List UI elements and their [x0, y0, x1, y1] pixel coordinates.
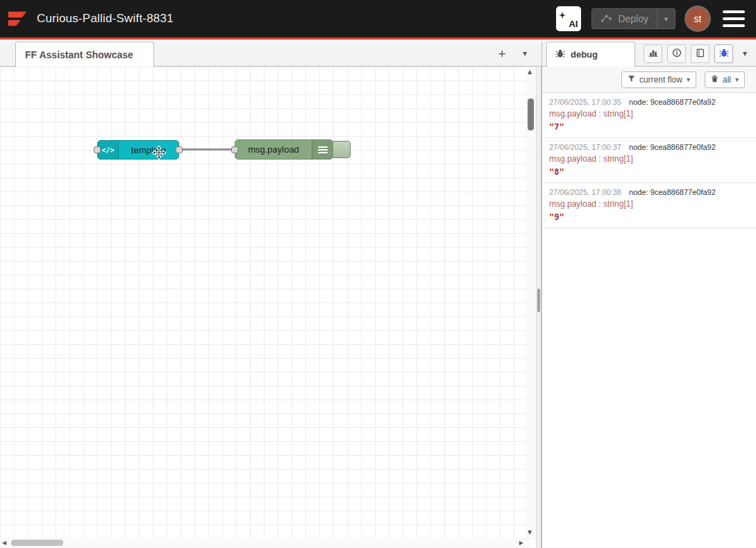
ai-button-label: AI — [569, 19, 578, 29]
move-cursor-icon — [151, 145, 167, 163]
scroll-right-arrow[interactable]: ▶ — [519, 540, 523, 546]
main-menu-button[interactable] — [723, 10, 745, 27]
message-property[interactable]: msg.payload : string[1] — [549, 154, 749, 164]
scroll-left-arrow[interactable]: ◀ — [2, 540, 6, 546]
flow-tabbar: FF Assistant Showcase + ▾ — [0, 42, 541, 67]
message-node-id: node: 9cea886877e0fa92 — [629, 143, 716, 151]
flowfuse-logo-icon[interactable] — [6, 8, 28, 30]
debug-filter-toolbar: current flow ▾ all ▾ — [542, 67, 756, 93]
debug-message[interactable]: 27/06/2025, 17:00:37 node: 9cea886877e0f… — [542, 138, 756, 183]
vertical-scroll-thumb[interactable] — [528, 99, 534, 130]
sidebar-divider[interactable] — [536, 67, 541, 548]
template-input-port[interactable] — [94, 146, 101, 153]
sidebar-tab-info-button[interactable] — [667, 44, 686, 63]
message-value: "9" — [549, 212, 749, 222]
sidebar-tab-debug-button[interactable] — [714, 44, 733, 63]
divider-grip-handle[interactable] — [537, 289, 540, 312]
debug-message[interactable]: 27/06/2025, 17:00:38 node: 9cea886877e0f… — [542, 183, 756, 228]
deploy-options-button[interactable]: ▾ — [657, 9, 675, 28]
chevron-down-icon: ▾ — [523, 49, 527, 58]
message-timestamp: 27/06/2025, 17:00:35 — [549, 98, 621, 106]
message-node-id: node: 9cea886877e0fa92 — [629, 188, 716, 196]
filter-funnel-icon — [628, 75, 635, 85]
deploy-icon — [600, 13, 612, 25]
flow-tab-label: FF Assistant Showcase — [25, 49, 133, 60]
message-timestamp: 27/06/2025, 17:00:38 — [549, 188, 621, 196]
debug-input-port[interactable] — [231, 146, 238, 153]
debug-flow-filter-label: current flow — [639, 75, 682, 85]
bug-icon — [719, 48, 729, 60]
scroll-down-arrow[interactable]: ▼ — [528, 529, 532, 536]
info-icon — [672, 48, 682, 60]
horizontal-scroll-thumb[interactable] — [11, 540, 63, 546]
debug-message-list: 27/06/2025, 17:00:35 node: 9cea886877e0f… — [542, 93, 756, 228]
chevron-down-icon: ▾ — [664, 15, 669, 24]
debug-message[interactable]: 27/06/2025, 17:00:35 node: 9cea886877e0f… — [542, 93, 756, 138]
debug-list-icon — [312, 140, 333, 159]
avatar-initials: st — [694, 13, 702, 24]
message-property[interactable]: msg.payload : string[1] — [549, 199, 749, 209]
trash-icon — [711, 75, 719, 85]
sidebar-tab-dashboard-button[interactable] — [644, 44, 662, 63]
sidebar-tabbar: debug — [542, 42, 756, 67]
message-value: "7" — [549, 122, 749, 132]
message-value: "8" — [549, 167, 749, 177]
flow-tab-active[interactable]: FF Assistant Showcase — [15, 42, 154, 67]
book-icon — [696, 48, 705, 60]
template-node[interactable]: </> template — [97, 140, 179, 160]
sidebar-tab-debug[interactable]: debug — [546, 42, 635, 67]
bug-icon — [555, 49, 565, 60]
debug-flow-filter-button[interactable]: current flow ▾ — [621, 71, 696, 88]
message-timestamp: 27/06/2025, 17:00:37 — [549, 143, 621, 151]
debug-node-label: msg.payload — [235, 140, 312, 159]
message-property[interactable]: msg.payload : string[1] — [549, 109, 749, 119]
flow-canvas[interactable]: </> template msg.payload ▲ ▼ ◀ ▶ — [0, 67, 536, 548]
deploy-label: Deploy — [618, 13, 648, 24]
debug-clear-label: all — [723, 75, 731, 85]
ai-assistant-button[interactable]: AI — [556, 6, 581, 31]
wire-template-to-debug[interactable] — [179, 148, 235, 151]
instance-title: Curious-Pallid-Swift-8831 — [37, 12, 174, 26]
header: Curious-Pallid-Swift-8831 AI Deploy — [0, 0, 756, 40]
bar-chart-icon — [648, 48, 658, 60]
deploy-button[interactable]: Deploy ▾ — [591, 8, 675, 29]
canvas-horizontal-scrollbar: ◀ ▶ — [0, 538, 526, 548]
sidebar-tab-overflow-button[interactable]: ▾ — [738, 49, 752, 58]
plus-icon: + — [498, 46, 505, 61]
code-icon: </> — [98, 141, 119, 159]
scroll-up-arrow[interactable]: ▲ — [528, 69, 532, 75]
flow-list-button[interactable]: ▾ — [518, 49, 532, 58]
chevron-down-icon: ▾ — [743, 49, 747, 58]
sidebar: debug — [541, 42, 756, 548]
debug-enable-toggle[interactable] — [331, 141, 351, 158]
message-node-id: node: 9cea886877e0fa92 — [629, 98, 716, 106]
canvas-vertical-scrollbar: ▲ ▼ — [526, 67, 536, 538]
sidebar-tab-debug-label: debug — [571, 49, 598, 60]
add-flow-button[interactable]: + — [494, 46, 510, 62]
chevron-down-icon: ▾ — [687, 76, 690, 83]
debug-clear-button[interactable]: all ▾ — [705, 71, 745, 88]
chevron-down-icon: ▾ — [735, 76, 739, 83]
template-node-label: template — [119, 141, 178, 159]
hamburger-icon — [723, 10, 745, 13]
sidebar-tab-help-button[interactable] — [691, 44, 709, 63]
debug-node[interactable]: msg.payload — [235, 139, 333, 160]
template-output-port[interactable] — [176, 146, 183, 153]
user-avatar[interactable]: st — [686, 7, 709, 31]
sparkle-icon — [559, 9, 566, 22]
